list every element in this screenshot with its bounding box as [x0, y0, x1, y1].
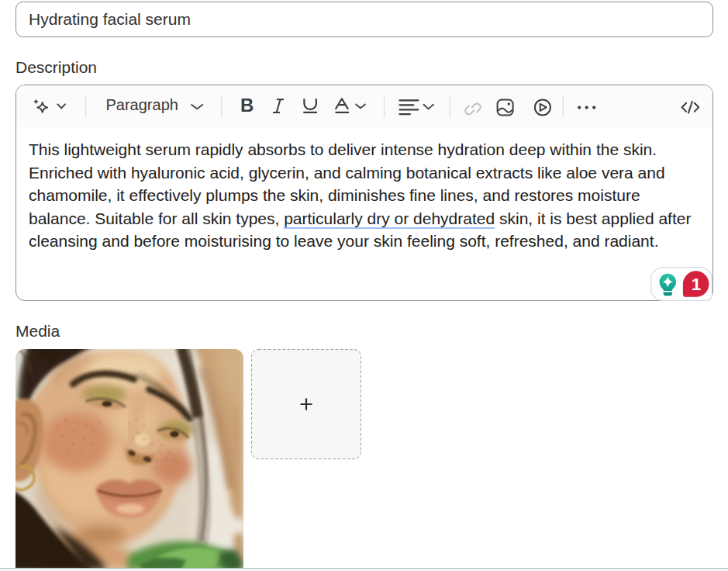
svg-text:1: 1 [692, 275, 702, 294]
svg-text:Paragraph: Paragraph [106, 96, 178, 113]
svg-text:B: B [240, 95, 254, 116]
